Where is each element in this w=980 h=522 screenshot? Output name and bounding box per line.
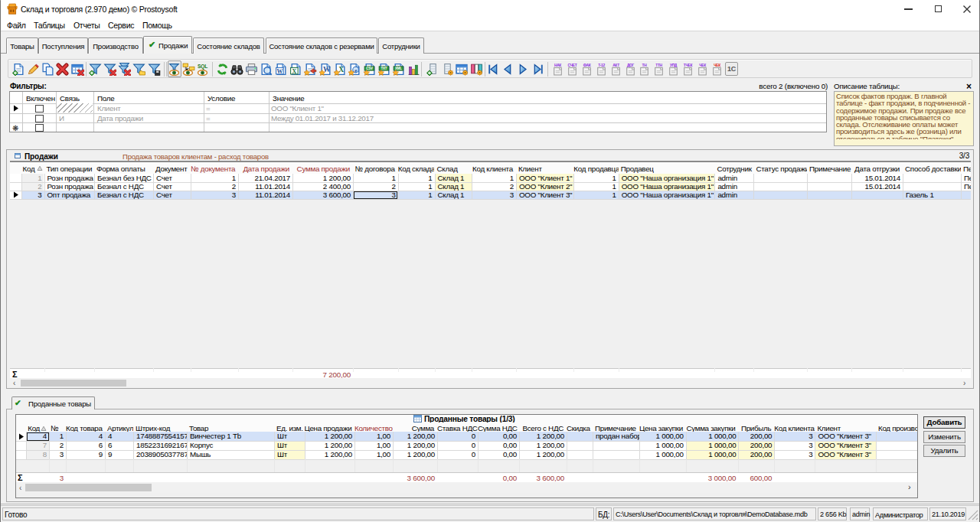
svg-text:ЧЕК: ЧЕК: [699, 64, 706, 67]
svg-text:SQL: SQL: [198, 64, 207, 70]
svg-text:ТТН: ТТН: [655, 64, 662, 67]
svg-text:Т-12: Т-12: [598, 64, 605, 67]
svg-text:СЧЕТ: СЧЕТ: [568, 64, 577, 67]
svg-text:X: X: [292, 68, 297, 75]
svg-text:CSV: CSV: [366, 67, 373, 70]
svg-text:ФАК: ФАК: [583, 64, 591, 67]
svg-text:ДОГ: ДОГ: [626, 64, 634, 67]
svg-text:e: e: [354, 67, 357, 73]
svg-text:УПД: УПД: [670, 64, 678, 67]
svg-text:TXT: TXT: [381, 67, 387, 70]
svg-text:НАК: НАК: [554, 64, 561, 67]
svg-text:ЧЕК: ЧЕК: [714, 64, 720, 67]
svg-text:XML: XML: [395, 67, 402, 70]
svg-text:АКТ: АКТ: [612, 64, 619, 67]
svg-text:W: W: [276, 68, 283, 75]
svg-text:ТЧЕК: ТЧЕК: [684, 64, 693, 67]
svg-text:ТН: ТН: [642, 64, 648, 67]
